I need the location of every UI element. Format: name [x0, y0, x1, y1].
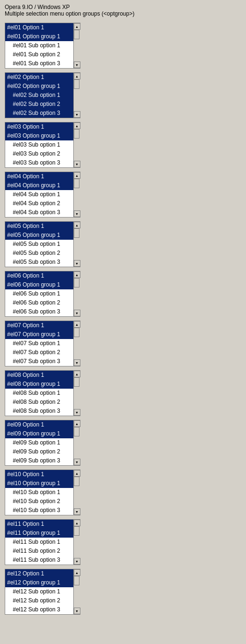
- scroll-up-button[interactable]: ▲: [74, 520, 80, 526]
- scroll-down-button[interactable]: ▼: [74, 508, 80, 515]
- option-header-el05[interactable]: #el05 Option 1: [5, 222, 73, 231]
- option-group-el11[interactable]: #el11 Option group 1: [5, 529, 73, 538]
- option-sub1-el09[interactable]: #el09 Sub option 1: [5, 438, 73, 447]
- select-el07[interactable]: #el07 Option 1#el07 Option group 1#el07 …: [5, 321, 80, 366]
- select-el12[interactable]: #el12 Option 1#el12 Option group 1#el12 …: [5, 569, 80, 615]
- scroll-down-button[interactable]: ▼: [74, 111, 80, 118]
- option-sub2-el07[interactable]: #el07 Sub option 2: [5, 348, 73, 357]
- scroll-thumb[interactable]: [74, 228, 79, 238]
- scroll-up-button[interactable]: ▲: [74, 321, 80, 328]
- option-header-el04[interactable]: #el04 Option 1: [5, 172, 73, 181]
- select-el03[interactable]: #el03 Option 1#el03 Option group 1#el03 …: [5, 122, 80, 168]
- option-group-el10[interactable]: #el10 Option group 1: [5, 479, 73, 488]
- scroll-down-button[interactable]: ▼: [74, 161, 80, 167]
- option-header-el07[interactable]: #el07 Option 1: [5, 321, 73, 330]
- option-header-el06[interactable]: #el06 Option 1: [5, 271, 73, 280]
- option-sub1-el01[interactable]: #el01 Sub option 1: [5, 41, 73, 50]
- option-sub1-el08[interactable]: #el08 Sub option 1: [5, 389, 73, 398]
- option-header-el03[interactable]: #el03 Option 1: [5, 122, 73, 131]
- option-group-el04[interactable]: #el04 Option group 1: [5, 181, 73, 190]
- option-group-el09[interactable]: #el09 Option group 1: [5, 429, 73, 438]
- option-header-el09[interactable]: #el09 Option 1: [5, 420, 73, 429]
- option-sub3-el05[interactable]: #el05 Sub option 3: [5, 258, 73, 267]
- select-el05[interactable]: #el05 Option 1#el05 Option group 1#el05 …: [5, 221, 80, 267]
- scroll-up-button[interactable]: ▲: [74, 371, 80, 377]
- option-sub1-el04[interactable]: #el04 Sub option 1: [5, 190, 73, 199]
- option-sub3-el08[interactable]: #el08 Sub option 3: [5, 407, 73, 416]
- scroll-down-button[interactable]: ▼: [74, 310, 80, 316]
- option-header-el12[interactable]: #el12 Option 1: [5, 569, 73, 578]
- option-sub3-el03[interactable]: #el03 Sub option 3: [5, 158, 73, 167]
- option-sub2-el06[interactable]: #el06 Sub option 2: [5, 298, 73, 307]
- option-header-el02[interactable]: #el02 Option 1: [5, 73, 73, 82]
- scroll-thumb[interactable]: [74, 526, 79, 536]
- option-sub1-el06[interactable]: #el06 Sub option 1: [5, 289, 73, 298]
- scroll-down-button[interactable]: ▼: [74, 359, 80, 366]
- option-group-el03[interactable]: #el03 Option group 1: [5, 131, 73, 140]
- scroll-down-button[interactable]: ▼: [74, 608, 80, 614]
- scroll-thumb[interactable]: [74, 30, 79, 39]
- option-sub2-el03[interactable]: #el03 Sub option 2: [5, 149, 73, 158]
- option-sub2-el09[interactable]: #el09 Sub option 2: [5, 447, 73, 456]
- scroll-up-button[interactable]: ▲: [74, 569, 80, 576]
- scroll-thumb[interactable]: [74, 328, 79, 337]
- scroll-thumb[interactable]: [74, 278, 79, 287]
- option-sub2-el02[interactable]: #el02 Sub option 2: [5, 100, 73, 109]
- option-group-el06[interactable]: #el06 Option group 1: [5, 280, 73, 289]
- option-sub1-el05[interactable]: #el05 Sub option 1: [5, 240, 73, 249]
- option-sub2-el05[interactable]: #el05 Sub option 2: [5, 249, 73, 258]
- scroll-thumb[interactable]: [74, 129, 79, 139]
- select-el02[interactable]: #el02 Option 1#el02 Option group 1#el02 …: [5, 72, 80, 118]
- scroll-up-button[interactable]: ▲: [74, 271, 80, 278]
- select-el11[interactable]: #el11 Option 1#el11 Option group 1#el11 …: [5, 519, 80, 565]
- scroll-thumb[interactable]: [74, 477, 79, 486]
- scroll-thumb[interactable]: [74, 79, 79, 89]
- option-sub2-el01[interactable]: #el01 Sub option 2: [5, 50, 73, 59]
- scroll-up-button[interactable]: ▲: [74, 172, 80, 179]
- scroll-down-button[interactable]: ▼: [74, 459, 80, 465]
- option-group-el05[interactable]: #el05 Option group 1: [5, 231, 73, 240]
- scroll-thumb[interactable]: [74, 179, 79, 188]
- scroll-thumb[interactable]: [74, 377, 79, 387]
- option-sub3-el01[interactable]: #el01 Sub option 3: [5, 59, 73, 68]
- scroll-up-button[interactable]: ▲: [74, 23, 80, 30]
- select-el04[interactable]: #el04 Option 1#el04 Option group 1#el04 …: [5, 172, 80, 218]
- scroll-up-button[interactable]: ▲: [74, 222, 80, 228]
- option-sub3-el04[interactable]: #el04 Sub option 3: [5, 208, 73, 217]
- scroll-thumb[interactable]: [74, 576, 79, 585]
- option-sub2-el11[interactable]: #el11 Sub option 2: [5, 547, 73, 556]
- option-sub1-el02[interactable]: #el02 Sub option 1: [5, 91, 73, 100]
- option-header-el01[interactable]: #el01 Option 1: [5, 23, 73, 32]
- option-sub3-el11[interactable]: #el11 Sub option 3: [5, 556, 73, 565]
- option-sub2-el04[interactable]: #el04 Sub option 2: [5, 199, 73, 208]
- select-el10[interactable]: #el10 Option 1#el10 Option group 1#el10 …: [5, 470, 80, 515]
- select-el08[interactable]: #el08 Option 1#el08 Option group 1#el08 …: [5, 370, 80, 416]
- scroll-down-button[interactable]: ▼: [74, 260, 80, 267]
- scroll-thumb[interactable]: [74, 427, 79, 436]
- option-group-el02[interactable]: #el02 Option group 1: [5, 82, 73, 91]
- option-header-el11[interactable]: #el11 Option 1: [5, 520, 73, 529]
- option-group-el12[interactable]: #el12 Option group 1: [5, 578, 73, 587]
- option-sub2-el08[interactable]: #el08 Sub option 2: [5, 398, 73, 407]
- option-sub3-el02[interactable]: #el02 Sub option 3: [5, 109, 73, 118]
- option-sub3-el09[interactable]: #el09 Sub option 3: [5, 456, 73, 465]
- option-sub2-el12[interactable]: #el12 Sub option 2: [5, 596, 73, 605]
- option-sub1-el07[interactable]: #el07 Sub option 1: [5, 339, 73, 348]
- option-sub1-el11[interactable]: #el11 Sub option 1: [5, 538, 73, 547]
- scroll-up-button[interactable]: ▲: [74, 420, 80, 427]
- option-header-el08[interactable]: #el08 Option 1: [5, 371, 73, 380]
- option-group-el07[interactable]: #el07 Option group 1: [5, 330, 73, 339]
- scroll-down-button[interactable]: ▼: [74, 210, 80, 217]
- option-sub3-el10[interactable]: #el10 Sub option 3: [5, 506, 73, 515]
- option-sub1-el03[interactable]: #el03 Sub option 1: [5, 140, 73, 149]
- scroll-up-button[interactable]: ▲: [74, 73, 80, 79]
- option-group-el01[interactable]: #el01 Option group 1: [5, 32, 73, 41]
- scroll-down-button[interactable]: ▼: [74, 61, 80, 68]
- scroll-down-button[interactable]: ▼: [74, 409, 80, 416]
- select-el01[interactable]: #el01 Option 1#el01 Option group 1#el01 …: [5, 23, 80, 69]
- option-header-el10[interactable]: #el10 Option 1: [5, 470, 73, 479]
- scroll-up-button[interactable]: ▲: [74, 122, 80, 129]
- select-el06[interactable]: #el06 Option 1#el06 Option group 1#el06 …: [5, 271, 80, 317]
- option-sub3-el12[interactable]: #el12 Sub option 3: [5, 605, 73, 614]
- scroll-down-button[interactable]: ▼: [74, 558, 80, 565]
